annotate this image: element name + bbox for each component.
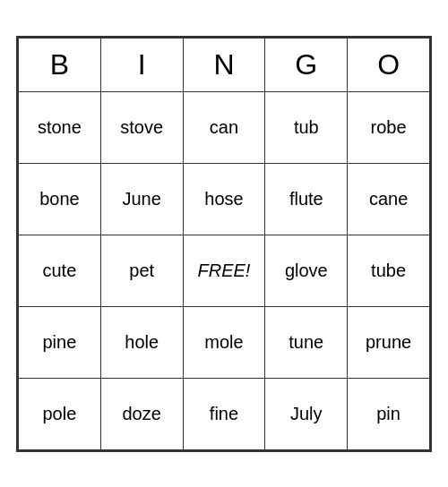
cell-r2-c4: tube	[348, 235, 430, 306]
cell-r0-c4: robe	[348, 91, 430, 163]
cell-r3-c2: mole	[183, 306, 265, 378]
bingo-body: stonestovecantubrobeboneJunehoseflutecan…	[19, 91, 430, 449]
cell-r3-c4: prune	[348, 306, 430, 378]
table-row: cutepetFREE!glovetube	[19, 235, 430, 306]
cell-r2-c1: pet	[100, 235, 183, 306]
cell-r3-c1: hole	[100, 306, 183, 378]
table-row: stonestovecantubrobe	[19, 91, 430, 163]
table-row: poledozefineJulypin	[19, 378, 430, 449]
cell-r1-c0: bone	[19, 163, 101, 235]
cell-r3-c0: pine	[19, 306, 101, 378]
cell-r4-c2: fine	[183, 378, 265, 449]
cell-r4-c0: pole	[19, 378, 101, 449]
cell-r0-c2: can	[183, 91, 265, 163]
cell-r1-c3: flute	[265, 163, 348, 235]
bingo-card: B I N G O stonestovecantubrobeboneJuneho…	[16, 36, 432, 452]
header-g: G	[265, 38, 348, 91]
cell-r1-c2: hose	[183, 163, 265, 235]
cell-r2-c0: cute	[19, 235, 101, 306]
cell-r4-c1: doze	[100, 378, 183, 449]
header-o: O	[348, 38, 430, 91]
bingo-table: B I N G O stonestovecantubrobeboneJuneho…	[18, 38, 430, 450]
cell-r3-c3: tune	[265, 306, 348, 378]
cell-r2-c3: glove	[265, 235, 348, 306]
header-n: N	[183, 38, 265, 91]
cell-r1-c4: cane	[348, 163, 430, 235]
header-b: B	[19, 38, 101, 91]
cell-r0-c1: stove	[100, 91, 183, 163]
table-row: boneJunehoseflutecane	[19, 163, 430, 235]
cell-r4-c3: July	[265, 378, 348, 449]
cell-r1-c1: June	[100, 163, 183, 235]
cell-r2-c2: FREE!	[183, 235, 265, 306]
cell-r0-c0: stone	[19, 91, 101, 163]
table-row: pineholemoletuneprune	[19, 306, 430, 378]
header-i: I	[100, 38, 183, 91]
cell-r0-c3: tub	[265, 91, 348, 163]
cell-r4-c4: pin	[348, 378, 430, 449]
header-row: B I N G O	[19, 38, 430, 91]
